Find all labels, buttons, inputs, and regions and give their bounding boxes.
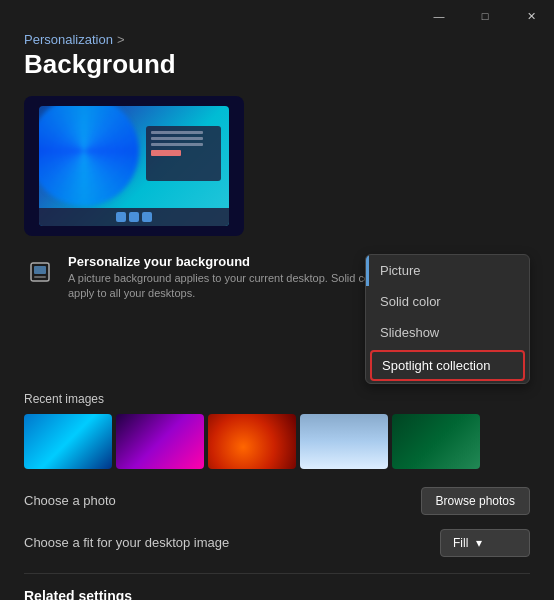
browse-photos-button[interactable]: Browse photos bbox=[421, 487, 530, 515]
bg-type-dropdown[interactable]: Picture Solid color Slideshow Spotlight … bbox=[365, 254, 530, 384]
fit-dropdown[interactable]: Fill ▾ bbox=[440, 529, 530, 557]
preview-taskbar-icon2 bbox=[142, 212, 152, 222]
bg-type-spotlight[interactable]: Spotlight collection bbox=[370, 350, 525, 381]
preview-line-1 bbox=[151, 131, 203, 134]
main-content: Personalization > Background bbox=[0, 32, 554, 600]
maximize-button[interactable]: □ bbox=[462, 0, 508, 32]
dropdown-chevron-icon: ▾ bbox=[476, 536, 482, 550]
preview-taskbar bbox=[39, 208, 229, 226]
recent-images-section: Recent images bbox=[24, 392, 530, 469]
choose-fit-row: Choose a fit for your desktop image Fill… bbox=[24, 527, 530, 559]
minimize-button[interactable]: — bbox=[416, 0, 462, 32]
related-settings-title: Related settings bbox=[24, 588, 530, 600]
preview-close-btn bbox=[151, 150, 181, 156]
preview-window bbox=[146, 126, 221, 181]
breadcrumb-separator: > bbox=[117, 32, 125, 47]
choose-photo-label: Choose a photo bbox=[24, 493, 116, 508]
preview-line-3 bbox=[151, 143, 203, 146]
preview-line-2 bbox=[151, 137, 203, 140]
preview-wallpaper-flower bbox=[39, 106, 139, 206]
bg-type-slideshow[interactable]: Slideshow bbox=[366, 317, 529, 348]
recent-image-2[interactable] bbox=[116, 414, 204, 469]
svg-rect-2 bbox=[34, 276, 46, 278]
fit-value: Fill bbox=[453, 536, 468, 550]
recent-image-4[interactable] bbox=[300, 414, 388, 469]
bg-type-solid-color[interactable]: Solid color bbox=[366, 286, 529, 317]
choose-fit-label: Choose a fit for your desktop image bbox=[24, 535, 229, 550]
breadcrumb-parent[interactable]: Personalization bbox=[24, 32, 113, 47]
preview-inner bbox=[39, 106, 229, 226]
divider-1 bbox=[24, 573, 530, 574]
title-bar: — □ ✕ bbox=[0, 0, 554, 32]
personalize-icon bbox=[24, 256, 56, 288]
preview-taskbar-icon1 bbox=[129, 212, 139, 222]
recent-image-1[interactable] bbox=[24, 414, 112, 469]
desktop-preview bbox=[24, 96, 244, 236]
personalize-section: Personalize your background A picture ba… bbox=[24, 254, 530, 302]
bg-type-picture[interactable]: Picture bbox=[366, 255, 529, 286]
preview-start bbox=[116, 212, 126, 222]
window-controls: — □ ✕ bbox=[416, 0, 554, 32]
breadcrumb: Personalization > bbox=[24, 32, 530, 47]
recent-image-3[interactable] bbox=[208, 414, 296, 469]
recent-images-label: Recent images bbox=[24, 392, 530, 406]
close-button[interactable]: ✕ bbox=[508, 0, 554, 32]
choose-photo-row: Choose a photo Browse photos bbox=[24, 485, 530, 517]
page-title: Background bbox=[24, 49, 530, 80]
recent-images-list bbox=[24, 414, 530, 469]
recent-image-5[interactable] bbox=[392, 414, 480, 469]
svg-rect-1 bbox=[34, 266, 46, 274]
